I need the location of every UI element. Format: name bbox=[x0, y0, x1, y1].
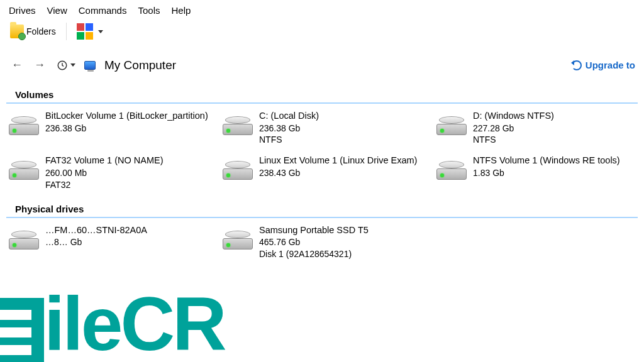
toolbar: Folders bbox=[0, 21, 644, 45]
upgrade-label: Upgrade to bbox=[586, 60, 635, 70]
volume-title: Linux Ext Volume 1 (Linux Drive Exam) bbox=[259, 155, 417, 167]
volume-item[interactable]: Linux Ext Volume 1 (Linux Drive Exam) 23… bbox=[223, 155, 436, 190]
menu-drives[interactable]: Drives bbox=[9, 5, 36, 16]
physical-size: …8… Gb bbox=[45, 236, 147, 248]
drive-icon bbox=[9, 157, 39, 180]
volume-item[interactable]: FAT32 Volume 1 (NO NAME) 260.00 Mb FAT32 bbox=[9, 155, 223, 190]
watermark-block-icon bbox=[0, 298, 44, 362]
menu-commands[interactable]: Commands bbox=[79, 5, 127, 16]
physical-drive-item[interactable]: …FM…60…STNI-82A0A …8… Gb bbox=[9, 224, 223, 260]
view-mode-button[interactable] bbox=[73, 22, 107, 41]
menu-tools[interactable]: Tools bbox=[138, 5, 160, 16]
physical-drive-item[interactable]: Samsung Portable SSD T5 465.76 Gb Disk 1… bbox=[223, 224, 436, 260]
volume-size: 236.38 Gb bbox=[259, 123, 319, 134]
watermark-text: ileCR bbox=[44, 280, 225, 362]
watermark: ileCR bbox=[0, 280, 225, 362]
section-header-volumes: Volumes bbox=[6, 84, 638, 104]
menu-view[interactable]: View bbox=[47, 5, 67, 16]
volume-title: FAT32 Volume 1 (NO NAME) bbox=[45, 155, 163, 167]
drive-icon bbox=[9, 227, 39, 250]
folders-label: Folders bbox=[26, 26, 56, 36]
folder-icon bbox=[10, 25, 24, 38]
history-button[interactable] bbox=[54, 57, 78, 74]
volume-item[interactable]: NTFS Volume 1 (Windows RE tools) 1.83 Gb bbox=[436, 155, 644, 190]
drive-icon bbox=[436, 112, 467, 135]
volume-size: 227.28 Gb bbox=[473, 123, 554, 134]
toolbar-separator bbox=[66, 23, 67, 40]
drive-icon bbox=[436, 157, 467, 180]
volume-fs: NTFS bbox=[473, 134, 554, 146]
computer-icon bbox=[84, 61, 96, 70]
physical-title: …FM…60…STNI-82A0A bbox=[45, 224, 147, 237]
volume-title: BitLocker Volume 1 (BitLocker_partition) bbox=[45, 110, 208, 123]
volume-size: 236.38 Gb bbox=[45, 123, 208, 134]
physical-grid: …FM…60…STNI-82A0A …8… Gb Samsung Portabl… bbox=[0, 224, 644, 264]
drive-icon bbox=[223, 157, 253, 180]
volume-size: 1.83 Gb bbox=[473, 167, 620, 179]
location-label: My Computer bbox=[104, 58, 176, 72]
chevron-down-icon bbox=[70, 63, 75, 67]
volume-item[interactable]: C: (Local Disk) 236.38 Gb NTFS bbox=[223, 110, 436, 146]
refresh-icon bbox=[572, 60, 582, 70]
chevron-down-icon bbox=[98, 30, 103, 33]
navbar: ← → My Computer Upgrade to bbox=[0, 45, 644, 80]
volume-size: 260.00 Mb bbox=[45, 167, 163, 179]
physical-title: Samsung Portable SSD T5 bbox=[259, 224, 369, 237]
view-grid-icon bbox=[77, 23, 93, 40]
volume-fs: FAT32 bbox=[45, 179, 163, 191]
physical-size: 465.76 Gb bbox=[259, 236, 369, 248]
nav-back-button[interactable]: ← bbox=[9, 56, 25, 74]
volume-size: 238.43 Gb bbox=[259, 167, 417, 179]
section-header-physical: Physical drives bbox=[6, 199, 638, 218]
upgrade-link[interactable]: Upgrade to bbox=[572, 60, 635, 70]
physical-extra: Disk 1 (92A128654321) bbox=[259, 248, 369, 260]
menubar: Drives View Commands Tools Help bbox=[0, 0, 644, 21]
volume-item[interactable]: D: (Windows NTFS) 227.28 Gb NTFS bbox=[436, 110, 644, 146]
volume-title: D: (Windows NTFS) bbox=[473, 110, 554, 123]
drive-icon bbox=[223, 112, 253, 135]
menu-help[interactable]: Help bbox=[172, 5, 191, 16]
volume-item[interactable]: BitLocker Volume 1 (BitLocker_partition)… bbox=[9, 110, 223, 146]
drive-icon bbox=[9, 112, 39, 135]
volume-title: C: (Local Disk) bbox=[259, 110, 319, 123]
drive-icon bbox=[223, 227, 253, 250]
volume-fs: NTFS bbox=[259, 134, 319, 146]
volume-title: NTFS Volume 1 (Windows RE tools) bbox=[473, 155, 620, 167]
nav-forward-button[interactable]: → bbox=[31, 56, 48, 74]
folders-button[interactable]: Folders bbox=[6, 23, 60, 40]
volumes-grid: BitLocker Volume 1 (BitLocker_partition)… bbox=[0, 110, 644, 195]
